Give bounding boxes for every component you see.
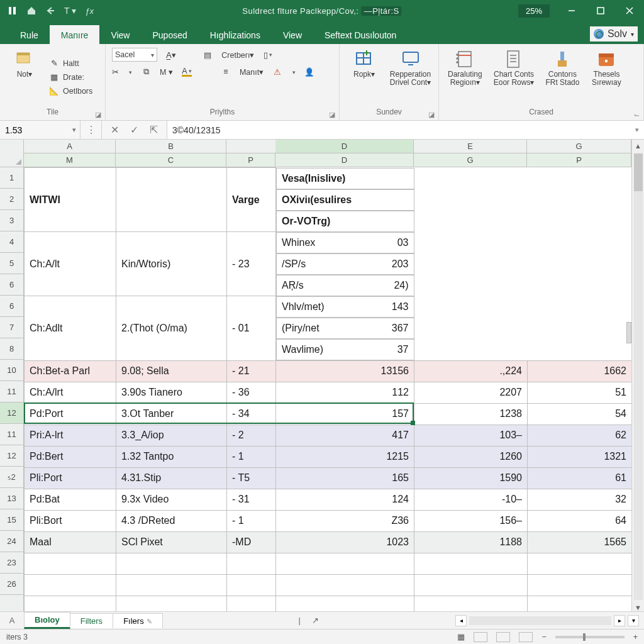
row-header[interactable]: ₅2	[0, 467, 23, 488]
row-header[interactable]: 8	[0, 338, 23, 360]
cell[interactable]: - 1	[227, 446, 276, 467]
cell[interactable]	[116, 596, 227, 611]
cell[interactable]: AŖ/s24)	[276, 275, 414, 296]
scroll-up-icon[interactable]: ▲	[635, 142, 641, 150]
cell[interactable]: 165	[276, 467, 414, 489]
cell[interactable]	[116, 168, 227, 232]
cell[interactable]: SCl Pixet	[116, 531, 227, 553]
page-layout-button[interactable]	[496, 632, 510, 642]
cell[interactable]: 124	[276, 489, 414, 510]
row-header[interactable]: 7	[0, 317, 23, 338]
row-header[interactable]: 10	[0, 360, 23, 381]
expand-formula-icon[interactable]: ▾	[635, 126, 639, 134]
cell[interactable]: 112	[276, 382, 414, 403]
row-header[interactable]: 13	[0, 488, 23, 509]
cell[interactable]	[25, 574, 116, 596]
cell[interactable]: - 21	[227, 360, 276, 382]
sacel-combo[interactable]: Sacel▾	[112, 48, 157, 62]
cells-area[interactable]: A B D E G M C P D G P WITWIVargeVesa(Ini…	[24, 140, 631, 611]
select-all-corner[interactable]	[0, 140, 23, 167]
row-header[interactable]: 12	[0, 445, 23, 467]
cretberi-button[interactable]: Cretberı▾	[221, 50, 254, 60]
cell[interactable]: 1.32 Tantpo	[116, 446, 227, 467]
solv-button[interactable]: Solv ▾	[590, 26, 638, 42]
sheet-nav-first[interactable]: A	[0, 616, 24, 625]
enter-icon[interactable]: ✓	[130, 124, 138, 136]
zoom-slider[interactable]	[555, 636, 625, 638]
row-header[interactable]: 5	[0, 253, 23, 274]
cell[interactable]: 2207	[414, 382, 528, 403]
fx-icon[interactable]: ƒx	[85, 6, 94, 16]
tab-puposed[interactable]: Puposed	[141, 25, 198, 44]
warn-dd[interactable]	[291, 67, 296, 76]
zoom-in-icon[interactable]: +	[633, 633, 638, 641]
cell[interactable]: Z36	[276, 510, 414, 531]
cell[interactable]: 1188	[414, 531, 528, 553]
cell[interactable]: 1260	[414, 446, 528, 467]
cell[interactable]: 417	[276, 425, 414, 446]
app-menu-icon[interactable]	[8, 6, 18, 16]
cell[interactable]: Ch:A/lrt	[25, 382, 116, 403]
cell[interactable]	[227, 553, 276, 574]
cell[interactable]	[414, 596, 528, 611]
cell[interactable]	[116, 553, 227, 574]
cell[interactable]	[528, 596, 632, 611]
cell[interactable]: 1662	[528, 360, 632, 382]
back-icon[interactable]	[45, 6, 55, 16]
warning-icon[interactable]: ⚠	[272, 67, 282, 77]
dialog-launcher-icon[interactable]: ◪	[428, 111, 435, 119]
note-button[interactable]: Not▾	[6, 48, 43, 106]
minimize-button[interactable]	[557, 0, 586, 21]
cell[interactable]: -MD	[227, 531, 276, 553]
tab-view2[interactable]: View	[272, 25, 313, 44]
cell[interactable]: - 2	[227, 425, 276, 446]
cell[interactable]: 4.3 /DReted	[116, 510, 227, 531]
cell[interactable]: Pli:Bort	[25, 510, 116, 531]
cell[interactable]	[116, 574, 227, 596]
col2-C[interactable]: C	[116, 153, 226, 167]
cell[interactable]: WITWI	[25, 168, 116, 232]
cell[interactable]: Pd:Bat	[25, 489, 116, 510]
fx-launch-icon[interactable]: ⇱	[150, 124, 158, 136]
col-B[interactable]: B	[116, 140, 226, 153]
cell[interactable]: 3.3_A/iop	[116, 425, 227, 446]
cell[interactable]	[276, 553, 414, 574]
cell[interactable]: - 1	[227, 510, 276, 531]
tab-rule[interactable]: Rule	[9, 25, 50, 44]
cut-dd[interactable]	[128, 67, 132, 76]
cell[interactable]: - T5	[227, 467, 276, 489]
cell[interactable]: 1023	[276, 531, 414, 553]
haltt-button[interactable]: ✎Haltt	[49, 58, 92, 69]
zoom-out-icon[interactable]: −	[541, 633, 546, 641]
cell[interactable]: 32	[528, 489, 632, 510]
sheet-tab-filers[interactable]: Fılers✎	[113, 613, 163, 628]
cell[interactable]: - 23	[227, 232, 276, 296]
row-header[interactable]: 11	[0, 424, 23, 445]
tab-view1[interactable]: View	[99, 25, 141, 44]
cell[interactable]: Ch:A/lt	[25, 232, 116, 296]
chart-conts-button[interactable]: Chart ContsEoor Rows▾	[491, 48, 537, 106]
cell[interactable]: - 34	[227, 403, 276, 425]
sheet-tab-filters[interactable]: Filters	[70, 613, 113, 628]
fill-icon[interactable]: A	[182, 67, 192, 77]
cell[interactable]: OXiviı(esulires	[276, 189, 414, 211]
copy-icon[interactable]: ⧉	[141, 67, 151, 77]
launch-icon[interactable]: ↗	[312, 616, 319, 625]
row-header[interactable]: 4	[0, 231, 23, 253]
close-button[interactable]	[615, 0, 644, 21]
row-header[interactable]: 15	[0, 509, 23, 531]
cell[interactable]: Varge	[227, 168, 276, 232]
cell[interactable]: Pd:Port	[25, 403, 116, 425]
contoris-button[interactable]: ContorısFRt Stado	[543, 48, 582, 106]
align-icon[interactable]: ≡	[221, 67, 231, 77]
cell[interactable]	[25, 596, 116, 611]
col2-D[interactable]: D	[275, 153, 414, 167]
manit-button[interactable]: Manıt▾	[240, 67, 264, 77]
vertical-scrollbar[interactable]: ▲ ▼	[631, 140, 644, 611]
cell[interactable]: Whinex03	[276, 232, 414, 253]
col2-M[interactable]: M	[24, 153, 116, 167]
cell[interactable]: Ch:Bet-a Parl	[25, 360, 116, 382]
cell[interactable]: 156–	[414, 510, 528, 531]
row-header[interactable]: 6	[0, 274, 23, 296]
cell[interactable]: -10–	[414, 489, 528, 510]
